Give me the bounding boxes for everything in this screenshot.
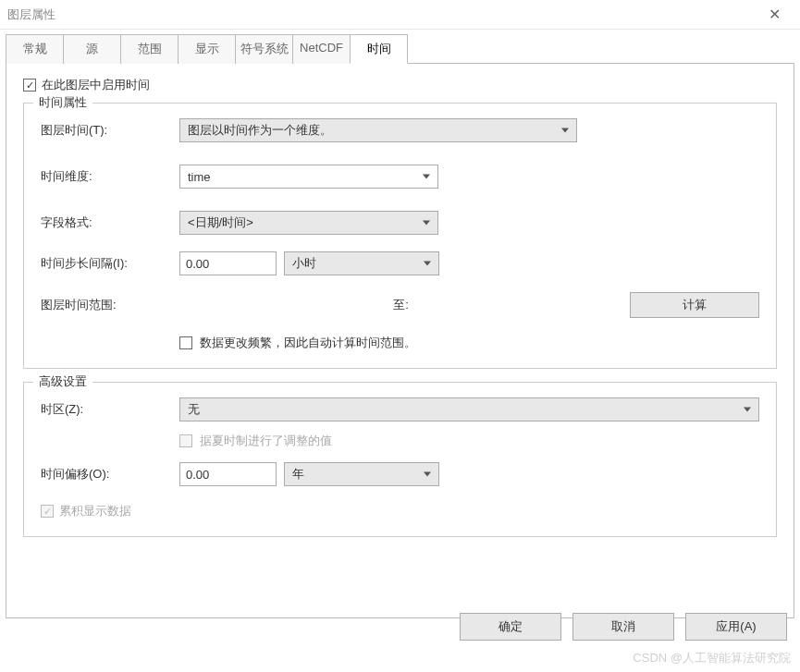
calculate-button[interactable]: 计算 — [630, 292, 759, 318]
layer-time-select[interactable]: 图层以时间作为一个维度。 — [179, 118, 577, 142]
time-properties-group: 时间属性 图层时间(T): 图层以时间作为一个维度。 时间维度: time 字段… — [23, 103, 777, 369]
tab-extent[interactable]: 范围 — [120, 34, 178, 64]
advanced-legend: 高级设置 — [33, 373, 92, 390]
chevron-down-icon — [423, 175, 430, 179]
cancel-button[interactable]: 取消 — [572, 613, 674, 641]
time-range-label: 图层时间范围: — [41, 297, 179, 313]
step-interval-input[interactable]: 0.00 — [179, 251, 277, 275]
offset-unit: 年 — [292, 466, 304, 483]
close-icon[interactable]: ✕ — [756, 6, 793, 23]
chevron-down-icon — [744, 408, 751, 412]
offset-value: 0.00 — [186, 468, 209, 482]
time-dim-value: time — [188, 170, 211, 184]
step-interval-value: 0.00 — [186, 257, 209, 271]
offset-input[interactable]: 0.00 — [179, 462, 277, 486]
layer-time-label: 图层时间(T): — [41, 122, 179, 139]
watermark: CSDN @人工智能算法研究院 — [633, 650, 791, 666]
tab-symbology[interactable]: 符号系统 — [235, 34, 293, 64]
chevron-down-icon — [423, 221, 430, 226]
tab-general[interactable]: 常规 — [6, 34, 64, 64]
advanced-group: 高级设置 时区(Z): 无 据夏时制进行了调整的值 时间偏移(O): 0.00 — [23, 382, 777, 537]
title-bar: 图层属性 ✕ — [0, 0, 800, 30]
enable-time-checkbox[interactable] — [23, 79, 36, 92]
time-dim-label: 时间维度: — [41, 168, 179, 185]
dst-label: 据夏时制进行了调整的值 — [200, 433, 332, 449]
freq-change-checkbox[interactable] — [179, 336, 192, 349]
chevron-down-icon — [424, 472, 431, 477]
dst-checkbox — [179, 434, 192, 447]
cumulative-label: 累积显示数据 — [59, 503, 131, 519]
field-format-value: <日期/时间> — [188, 214, 253, 231]
field-format-label: 字段格式: — [41, 214, 179, 231]
ok-button[interactable]: 确定 — [460, 613, 561, 641]
tab-display[interactable]: 显示 — [178, 34, 236, 64]
timezone-select[interactable]: 无 — [179, 397, 759, 422]
offset-label: 时间偏移(O): — [41, 466, 179, 483]
tab-netcdf[interactable]: NetCDF — [292, 34, 351, 64]
offset-unit-select[interactable]: 年 — [284, 462, 439, 486]
timezone-value: 无 — [188, 401, 200, 418]
apply-button[interactable]: 应用(A) — [685, 613, 787, 641]
tab-content: 在此图层中启用时间 时间属性 图层时间(T): 图层以时间作为一个维度。 时间维… — [6, 64, 794, 618]
field-format-select[interactable]: <日期/时间> — [179, 211, 438, 235]
enable-time-label: 在此图层中启用时间 — [42, 77, 150, 93]
tab-time[interactable]: 时间 — [350, 34, 408, 64]
chevron-down-icon — [424, 262, 431, 266]
chevron-down-icon — [561, 128, 569, 133]
cumulative-checkbox — [41, 505, 54, 518]
step-interval-unit-select[interactable]: 小时 — [284, 251, 439, 275]
time-range-to-label: 至: — [179, 297, 622, 313]
time-properties-legend: 时间属性 — [33, 94, 92, 111]
timezone-label: 时区(Z): — [41, 401, 179, 418]
dialog-footer: 确定 取消 应用(A) — [460, 613, 787, 641]
tab-strip: 常规 源 范围 显示 符号系统 NetCDF 时间 — [6, 33, 794, 64]
freq-change-label: 数据更改频繁，因此自动计算时间范围。 — [200, 335, 416, 351]
time-dim-select[interactable]: time — [179, 165, 438, 189]
step-interval-label: 时间步长间隔(I): — [41, 255, 179, 272]
step-interval-unit: 小时 — [292, 255, 316, 272]
layer-time-value: 图层以时间作为一个维度。 — [188, 122, 332, 139]
tab-source[interactable]: 源 — [63, 34, 121, 64]
window-title: 图层属性 — [7, 6, 756, 23]
